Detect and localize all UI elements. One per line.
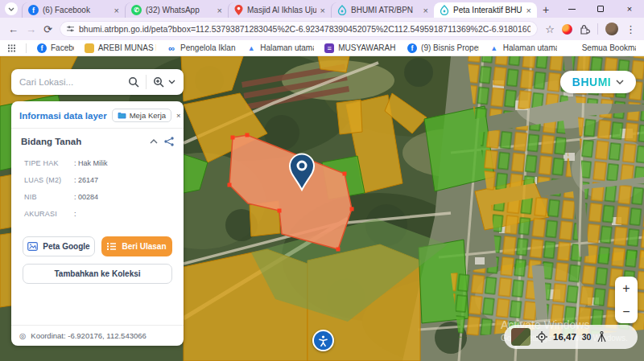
layer-info-panel: Informasi data layer Meja Kerja × Tutup … <box>11 101 184 346</box>
field-label: LUAS (M2) <box>24 176 74 184</box>
field-row: NIB : 00284 <box>24 193 180 201</box>
bookmarks-bar: f Facebook AREBI MUNAS MUS... ∞ Pengelol… <box>0 40 644 56</box>
reload-button[interactable]: ⟳ <box>43 23 52 35</box>
arebi-icon <box>85 43 94 53</box>
profile-avatar[interactable] <box>605 23 618 35</box>
zoom-area-icon[interactable] <box>153 76 165 88</box>
maximize-icon <box>597 6 604 12</box>
meja-kerja-label: Meja Kerja <box>130 111 166 120</box>
tab-strip: f (6) Facebook × ✆ (32) WhatsApp × Masji… <box>0 0 644 18</box>
tab-bhumi[interactable]: BHUMI ATR/BPN × <box>331 2 434 18</box>
bookmark-label: Pengelola Iklan - Ke... <box>180 43 236 52</box>
bhumi-drop-icon <box>337 5 347 15</box>
close-panel-button[interactable]: × Tutup <box>176 111 184 120</box>
tab-whatsapp[interactable]: ✆ (32) WhatsApp × <box>125 2 228 18</box>
tab-facebook[interactable]: f (6) Facebook × <box>22 2 125 18</box>
surveyor-tripod-icon <box>597 331 607 343</box>
apps-grid-icon[interactable] <box>8 43 15 53</box>
measurement-pill: 16,47 30 <box>504 325 638 349</box>
field-value: : Hak Milik <box>74 159 108 167</box>
coordinate-footer: ◎ Koordinat: -6.920176, 112.543066 <box>11 325 184 346</box>
bookmark-label: AREBI MUNAS MUS... <box>98 43 156 52</box>
maximize-button[interactable] <box>586 0 615 18</box>
bookmark-arebi[interactable]: AREBI MUNAS MUS... <box>85 43 156 53</box>
share-icon[interactable] <box>164 137 174 146</box>
bhumi-menu-button[interactable]: BHUMI <box>560 71 636 93</box>
new-tab-button[interactable]: + <box>537 3 555 16</box>
tab-peta-interaktif-active[interactable]: Peta Interaktif BHUMI ATR/B × <box>434 2 537 18</box>
bookmark-facebook[interactable]: f Facebook <box>37 43 74 53</box>
field-value: : 00284 <box>74 193 98 201</box>
meja-kerja-button[interactable]: Meja Kerja <box>112 109 171 122</box>
bookmark-bisnis-properti[interactable]: f (9) Bisnis Properti Ja... <box>407 43 479 53</box>
all-bookmarks-button[interactable]: Semua Bookmark <box>578 43 636 52</box>
map-area: Informasi data layer Meja Kerja × Tutup … <box>0 56 644 361</box>
bookmark-label: Facebook <box>51 43 74 52</box>
facebook-icon: f <box>407 43 417 53</box>
close-icon[interactable]: × <box>114 6 119 15</box>
peta-google-button[interactable]: Peta Google <box>23 236 95 256</box>
minimize-button[interactable] <box>557 0 586 18</box>
address-bar[interactable]: bhumi.atrbpn.go.id/peta?bbox=112.5379387… <box>60 21 538 37</box>
coordinate-text: Koordinat: -6.920176, 112.543066 <box>31 331 147 340</box>
search-divider <box>146 75 147 89</box>
parcel-fields: TIPE HAK : Hak Milik LUAS (M2) : 26147 N… <box>11 153 184 230</box>
minimize-icon <box>568 9 576 10</box>
close-window-button[interactable]: × <box>615 0 644 18</box>
bookmark-halaman-utama-2[interactable]: ▲ Halaman utama - R... <box>489 43 557 53</box>
menu-kebab-button[interactable]: ⋮ <box>625 23 636 35</box>
field-label: AKURASI <box>24 210 74 218</box>
tab-search-button[interactable] <box>5 2 18 15</box>
bookmark-halaman-utama-1[interactable]: ▲ Halaman utama - R... <box>246 43 314 53</box>
zoom-in-button[interactable]: + <box>615 277 638 300</box>
zoom-out-button[interactable]: − <box>615 300 638 323</box>
close-icon[interactable]: × <box>217 6 222 15</box>
bookmark-musyawarah[interactable]: ≡ MUSYAWARAH DAE... <box>324 43 397 53</box>
panel-buttons: Peta Google Beri Ulasan <box>11 230 184 256</box>
beri-ulasan-button[interactable]: Beri Ulasan <box>101 236 172 256</box>
extension-gradient-icon[interactable] <box>562 24 572 35</box>
field-label: NIB <box>24 193 74 201</box>
beri-ulasan-label: Beri Ulasan <box>122 242 166 251</box>
browser-window: f (6) Facebook × ✆ (32) WhatsApp × Masji… <box>0 0 644 361</box>
bhumi-drop-icon <box>440 5 449 15</box>
tambahkan-koleksi-button[interactable]: Tambahkan ke Koleksi <box>23 264 172 284</box>
section-title: Bidang Tanah <box>21 137 143 146</box>
search-input[interactable] <box>19 77 128 87</box>
target-icon: ◎ <box>19 331 26 340</box>
window-controls: × <box>557 0 644 18</box>
field-row: TIPE HAK : Hak Milik <box>24 159 180 167</box>
forward-button[interactable]: → <box>26 23 36 35</box>
workspace-folder-icon <box>118 112 126 119</box>
panel-spacer <box>11 284 184 325</box>
panel-header: Informasi data layer Meja Kerja × Tutup <box>11 101 184 128</box>
panel-title: Informasi data layer <box>19 111 107 121</box>
google-ads-icon: ▲ <box>489 43 499 53</box>
crosshair-icon <box>536 331 547 343</box>
chevron-down-icon[interactable] <box>168 80 175 84</box>
accessibility-button[interactable] <box>312 330 334 351</box>
field-value: : <box>74 210 76 218</box>
bookmark-pengelola-iklan[interactable]: ∞ Pengelola Iklan - Ke... <box>167 43 236 53</box>
bookmark-star-button[interactable]: ☆ <box>545 23 555 35</box>
map-image-icon <box>27 242 38 251</box>
tab-masjid-maps[interactable]: Masjid Al Ikhlas Ujung Pangi × <box>228 2 331 18</box>
close-icon[interactable]: × <box>423 6 428 15</box>
document-icon: ≡ <box>324 43 334 53</box>
browser-toolbar: ← → ⟳ bhumi.atrbpn.go.id/peta?bbox=112.5… <box>0 18 644 40</box>
facebook-icon: f <box>28 5 39 15</box>
bookmarks-divider <box>26 43 27 53</box>
back-button[interactable]: ← <box>8 23 19 35</box>
search-icon[interactable] <box>128 76 139 88</box>
preview-thumbnail[interactable] <box>511 328 530 346</box>
chevron-up-icon[interactable] <box>150 139 158 144</box>
chevron-down-icon <box>616 80 624 84</box>
tab-title: Masjid Al Ikhlas Ujung Pangi <box>247 6 316 14</box>
location-search-card <box>11 69 184 95</box>
close-icon[interactable]: × <box>526 6 531 15</box>
close-icon[interactable]: × <box>320 6 325 15</box>
extensions-puzzle-icon[interactable] <box>580 24 590 35</box>
bidang-tanah-section[interactable]: Bidang Tanah <box>11 129 184 153</box>
google-ads-icon: ▲ <box>246 43 256 53</box>
google-maps-pin-icon <box>234 5 243 15</box>
